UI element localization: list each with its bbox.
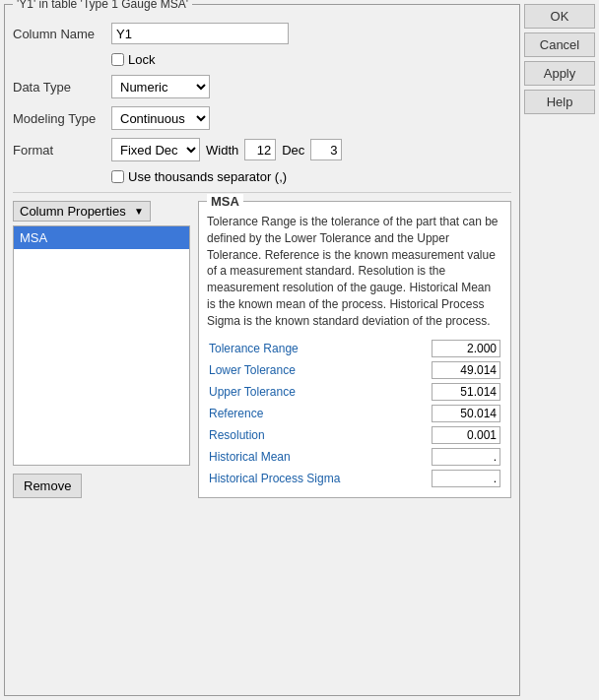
lock-row: Lock <box>111 52 511 67</box>
list-item-msa[interactable]: MSA <box>14 226 189 249</box>
thousands-label: Use thousands separator (,) <box>128 169 287 184</box>
msa-field-label: Reference <box>207 403 402 424</box>
dec-label: Dec <box>282 143 304 158</box>
msa-field-label: Historical Mean <box>207 446 402 468</box>
msa-field-row: Resolution <box>207 424 502 446</box>
column-name-label: Column Name <box>13 27 111 41</box>
lock-checkbox[interactable] <box>111 53 124 66</box>
thousands-row: Use thousands separator (,) <box>111 169 511 184</box>
msa-field-value[interactable] <box>402 468 502 489</box>
data-type-row: Data Type Numeric String Integer <box>13 75 511 98</box>
format-label: Format <box>13 143 111 158</box>
msa-field-row: Historical Process Sigma <box>207 468 502 489</box>
data-type-label: Data Type <box>13 80 111 95</box>
msa-field-row: Lower Tolerance <box>207 359 502 381</box>
thousands-checkbox[interactable] <box>111 170 124 183</box>
msa-value-input[interactable] <box>432 383 500 401</box>
msa-value-input[interactable] <box>432 426 500 444</box>
msa-field-value[interactable] <box>402 424 502 446</box>
msa-field-row: Reference <box>207 403 502 424</box>
msa-field-label: Historical Process Sigma <box>207 468 402 489</box>
modeling-type-label: Modeling Type <box>13 111 111 126</box>
msa-field-value[interactable] <box>402 381 502 403</box>
bottom-section: Column Properties ▼ MSA Remove MSA Toler… <box>13 201 511 498</box>
dec-input[interactable] <box>310 139 342 160</box>
msa-field-row: Tolerance Range <box>207 338 502 359</box>
lock-label: Lock <box>128 52 155 67</box>
msa-field-label: Tolerance Range <box>207 338 402 359</box>
modeling-type-row: Modeling Type Continuous Ordinal Nominal <box>13 106 511 130</box>
left-panel: Column Properties ▼ MSA Remove <box>13 201 190 498</box>
col-props-label: Column Properties <box>20 204 126 219</box>
modeling-type-select[interactable]: Continuous Ordinal Nominal <box>111 106 210 130</box>
remove-button[interactable]: Remove <box>13 474 82 498</box>
dropdown-arrow-icon: ▼ <box>134 206 144 217</box>
width-label: Width <box>206 143 238 158</box>
msa-description: Tolerance Range is the tolerance of the … <box>207 214 502 330</box>
msa-panel-title: MSA <box>207 194 243 209</box>
msa-field-label: Lower Tolerance <box>207 359 402 381</box>
msa-field-value[interactable] <box>402 338 502 359</box>
msa-value-input[interactable] <box>432 448 500 466</box>
msa-field-label: Upper Tolerance <box>207 381 402 403</box>
dialog-title: 'Y1' in table 'Type 1 Gauge MSA' <box>13 0 192 11</box>
column-properties-dropdown[interactable]: Column Properties ▼ <box>13 201 151 222</box>
msa-value-input[interactable] <box>432 470 500 487</box>
format-select[interactable]: Fixed Dec Best Scientific <box>111 138 200 161</box>
msa-field-value[interactable] <box>402 403 502 424</box>
msa-field-value[interactable] <box>402 446 502 468</box>
format-row: Format Fixed Dec Best Scientific Width D… <box>13 138 511 161</box>
msa-value-input[interactable] <box>432 361 500 379</box>
msa-panel: MSA Tolerance Range is the tolerance of … <box>198 201 511 498</box>
msa-value-input[interactable] <box>432 340 500 357</box>
column-name-row: Column Name <box>13 23 511 44</box>
msa-field-label: Resolution <box>207 424 402 446</box>
column-name-input[interactable] <box>111 23 289 44</box>
ok-button[interactable]: OK <box>524 4 595 29</box>
data-type-select[interactable]: Numeric String Integer <box>111 75 210 98</box>
msa-field-row: Upper Tolerance <box>207 381 502 403</box>
width-input[interactable] <box>244 139 276 160</box>
cancel-button[interactable]: Cancel <box>524 32 595 57</box>
properties-list: MSA <box>13 225 190 466</box>
help-button[interactable]: Help <box>524 90 595 114</box>
msa-value-input[interactable] <box>432 405 500 422</box>
apply-button[interactable]: Apply <box>524 61 595 86</box>
msa-field-row: Historical Mean <box>207 446 502 468</box>
sidebar-buttons: OK Cancel Apply Help <box>520 0 599 700</box>
msa-field-value[interactable] <box>402 359 502 381</box>
msa-fields-table: Tolerance RangeLower ToleranceUpper Tole… <box>207 338 502 489</box>
